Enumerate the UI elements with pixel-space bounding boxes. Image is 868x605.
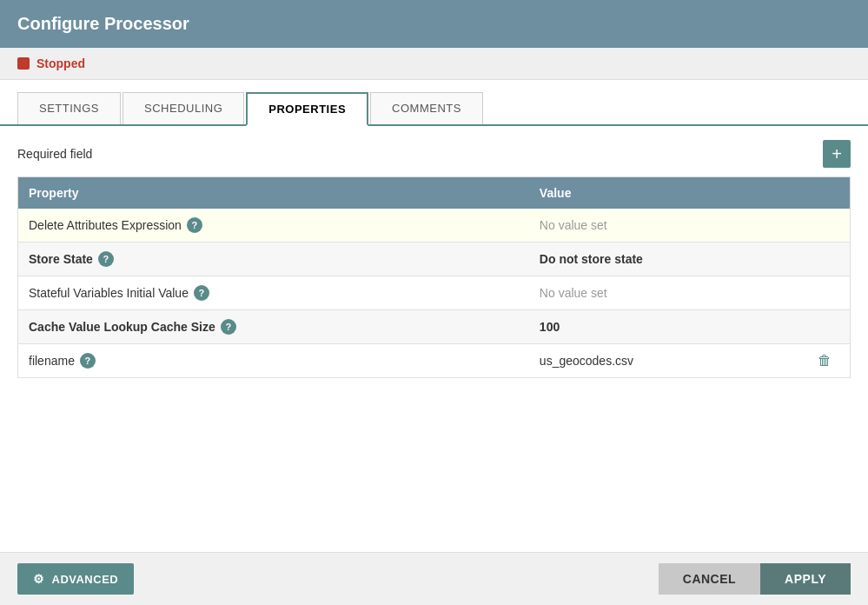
required-field-bar: Required field +	[17, 140, 851, 168]
table-row: Stateful Variables Initial Value ? No va…	[18, 276, 851, 310]
header-title: Configure Processor	[17, 14, 189, 33]
apply-button[interactable]: APPLY	[760, 563, 851, 595]
tabs-bar: SETTINGS SCHEDULING PROPERTIES COMMENTS	[0, 80, 868, 126]
action-cell	[807, 276, 851, 310]
property-name: Cache Value Lookup Cache Size	[29, 320, 215, 334]
delete-icon[interactable]: 🗑	[818, 353, 832, 368]
value-text: 100	[540, 320, 560, 334]
tab-scheduling[interactable]: SCHEDULING	[123, 92, 244, 124]
value-cell[interactable]: us_geocodes.csv	[529, 344, 807, 378]
action-cell	[807, 310, 851, 344]
value-placeholder: No value set	[540, 286, 607, 300]
tab-settings[interactable]: SETTINGS	[17, 92, 121, 124]
dialog-header: Configure Processor	[0, 0, 868, 48]
property-name: Stateful Variables Initial Value	[29, 286, 189, 300]
property-cell: Store State ?	[18, 243, 529, 276]
value-cell[interactable]: Do not store state	[529, 243, 807, 276]
required-field-label: Required field	[17, 147, 92, 161]
property-name: Delete Attributes Expression	[29, 218, 182, 232]
status-bar: Stopped	[0, 48, 868, 80]
table-header-row: Property Value	[18, 177, 851, 209]
property-cell: Cache Value Lookup Cache Size ?	[18, 310, 529, 344]
property-name: Store State	[29, 252, 93, 266]
value-cell[interactable]: No value set	[529, 209, 807, 243]
help-icon[interactable]: ?	[221, 319, 236, 335]
property-name: filename	[29, 354, 75, 368]
property-cell: Stateful Variables Initial Value ?	[18, 276, 529, 310]
cancel-button[interactable]: CANCEL	[659, 563, 760, 595]
footer: ⚙ ADVANCED CANCEL APPLY	[0, 552, 868, 605]
tab-comments[interactable]: COMMENTS	[370, 92, 483, 124]
value-text: us_geocodes.csv	[540, 354, 633, 368]
action-cell	[807, 209, 851, 243]
add-property-button[interactable]: +	[823, 140, 851, 168]
table-row: Cache Value Lookup Cache Size ? 100	[18, 310, 851, 344]
main-content: SETTINGS SCHEDULING PROPERTIES COMMENTS …	[0, 80, 868, 552]
status-icon	[17, 57, 30, 70]
table-row: Delete Attributes Expression ? No value …	[18, 209, 851, 243]
help-icon[interactable]: ?	[187, 217, 202, 233]
advanced-button[interactable]: ⚙ ADVANCED	[17, 563, 134, 595]
content-area: Required field + Property Value Delete A…	[0, 126, 868, 552]
action-cell: 🗑	[807, 344, 851, 378]
status-label: Stopped	[36, 57, 85, 70]
help-icon[interactable]: ?	[98, 251, 114, 267]
action-cell	[807, 243, 851, 276]
value-cell[interactable]: 100	[529, 310, 807, 344]
value-placeholder: No value set	[540, 218, 607, 232]
value-text: Do not store state	[540, 252, 643, 266]
value-cell[interactable]: No value set	[529, 276, 807, 310]
column-header-actions	[807, 177, 851, 209]
help-icon[interactable]: ?	[80, 353, 96, 369]
column-header-value: Value	[529, 177, 807, 209]
table-row: filename ? us_geocodes.csv🗑	[18, 344, 851, 378]
column-header-property: Property	[18, 177, 529, 209]
help-icon[interactable]: ?	[194, 285, 209, 301]
property-cell: filename ?	[18, 344, 529, 378]
gear-icon: ⚙	[33, 572, 45, 586]
property-cell: Delete Attributes Expression ?	[18, 209, 529, 243]
properties-table: Property Value Delete Attributes Express…	[17, 176, 851, 378]
table-row: Store State ? Do not store state	[18, 243, 851, 276]
footer-right: CANCEL APPLY	[659, 563, 851, 595]
tab-properties[interactable]: PROPERTIES	[246, 92, 368, 126]
